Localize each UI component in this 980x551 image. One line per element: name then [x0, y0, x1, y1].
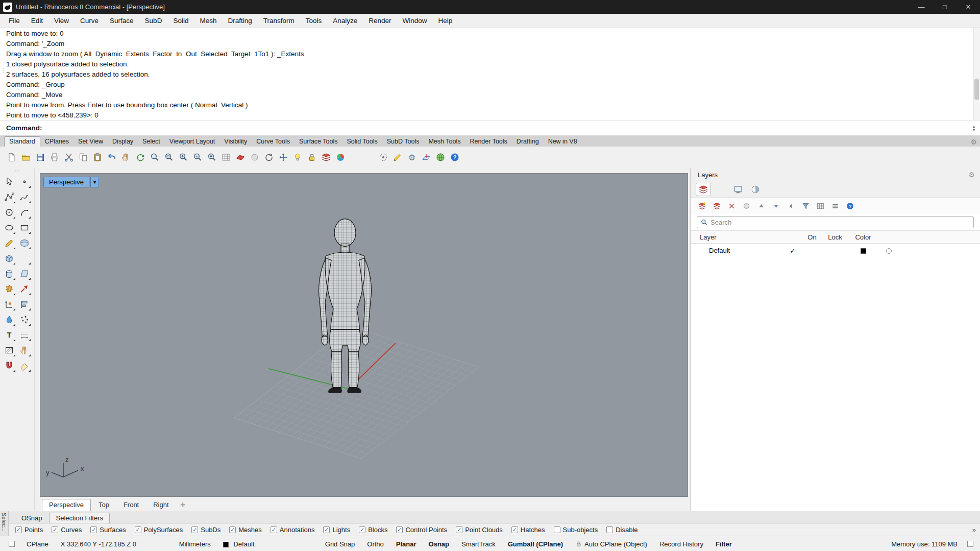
display-tab[interactable]: [730, 183, 746, 196]
plugins-tool[interactable]: [2, 281, 17, 297]
viewport-title-dropdown[interactable]: ▾: [90, 177, 99, 187]
menu-tools[interactable]: Tools: [300, 15, 328, 26]
zoom-in-button[interactable]: [177, 150, 189, 164]
filter-layers-button[interactable]: [799, 200, 812, 212]
layer-manager-button[interactable]: [320, 150, 332, 164]
minimize-button[interactable]: —: [910, 0, 933, 14]
tab-standard[interactable]: Standard: [4, 136, 40, 147]
gumball-toggle[interactable]: Gumball (CPlane): [502, 540, 569, 548]
zoom-out-button[interactable]: [191, 150, 204, 164]
layer-name[interactable]: Default: [691, 247, 782, 254]
tab-new-in-v8[interactable]: New in V8: [544, 137, 582, 147]
circle-tool[interactable]: [2, 205, 17, 220]
print-button[interactable]: [48, 150, 61, 164]
copy-button[interactable]: [77, 150, 89, 164]
selection-filters-tab[interactable]: Selection Filters: [49, 513, 109, 523]
save-button[interactable]: [34, 150, 46, 164]
layers-tab[interactable]: [696, 183, 711, 196]
menu-surface[interactable]: Surface: [104, 15, 139, 26]
menu-drafting[interactable]: Drafting: [222, 15, 257, 26]
move-layer-up-button[interactable]: [755, 200, 767, 212]
ortho-toggle[interactable]: Ortho: [361, 540, 390, 548]
rectangle-tool[interactable]: [17, 220, 32, 235]
maximize-button[interactable]: □: [933, 0, 957, 14]
magnet-tool[interactable]: [2, 358, 17, 373]
menu-edit[interactable]: Edit: [26, 15, 48, 26]
column-lock[interactable]: Lock: [821, 233, 849, 241]
ellipse-tool[interactable]: [2, 220, 17, 235]
layers-panel-gear-icon[interactable]: ⚙: [968, 171, 975, 179]
command-scrollbar[interactable]: [973, 28, 980, 120]
layer-material-icon[interactable]: [886, 248, 892, 254]
vector-tool[interactable]: [17, 281, 32, 297]
align-tool[interactable]: [17, 297, 32, 312]
layer-search-box[interactable]: [697, 216, 974, 228]
filter-control-points[interactable]: ✓Control Points: [396, 526, 447, 534]
menu-view[interactable]: View: [48, 15, 75, 26]
box-tool[interactable]: [2, 251, 17, 266]
shaded-display-button[interactable]: [362, 150, 375, 164]
tab-curve-tools[interactable]: Curve Tools: [252, 137, 295, 147]
zoom-dynamic-button[interactable]: [148, 150, 161, 164]
notification-icon[interactable]: [3, 541, 20, 547]
filter-surfaces[interactable]: ✓Surfaces: [90, 526, 126, 534]
filter-annotations[interactable]: ✓Annotations: [271, 526, 315, 534]
table-view-button[interactable]: [814, 200, 826, 212]
filter-points[interactable]: ✓Points: [15, 526, 43, 534]
menu-analyze[interactable]: Analyze: [327, 15, 363, 26]
rendering-tab[interactable]: [748, 183, 763, 196]
cplane-button[interactable]: [420, 150, 432, 164]
paint-tool[interactable]: [2, 312, 17, 327]
viewport-title-label[interactable]: Perspective: [43, 177, 89, 187]
color-picker-button[interactable]: [334, 150, 347, 164]
osnap-toggle[interactable]: Osnap: [423, 540, 455, 548]
eraser-tool[interactable]: [17, 358, 32, 373]
filter-point-clouds[interactable]: ✓Point Clouds: [456, 526, 503, 534]
options-button[interactable]: [405, 150, 418, 164]
layer-row-default[interactable]: Default ✓: [691, 244, 980, 257]
filter-disable[interactable]: ✓Disable: [606, 526, 638, 534]
units-label[interactable]: Millimeters: [173, 540, 217, 548]
move-button[interactable]: [277, 150, 289, 164]
tab-visibility[interactable]: Visibility: [219, 137, 252, 147]
pan-tool[interactable]: [17, 343, 32, 358]
tab-render-tools[interactable]: Render Tools: [465, 137, 511, 147]
cylinder-tool[interactable]: [2, 266, 17, 281]
polyline-tool[interactable]: [2, 189, 17, 205]
open-file-button[interactable]: [19, 150, 32, 164]
menu-subd[interactable]: SubD: [139, 15, 168, 26]
lock-button[interactable]: [305, 150, 318, 164]
planar-toggle[interactable]: Planar: [390, 540, 423, 548]
rotate-button[interactable]: [262, 150, 275, 164]
filter-curves[interactable]: ✓Curves: [52, 526, 82, 534]
sketch-tool[interactable]: [2, 235, 17, 251]
render-preview-button[interactable]: [377, 150, 389, 164]
menu-help[interactable]: Help: [433, 15, 458, 26]
light-button[interactable]: [291, 150, 304, 164]
filter-hatches[interactable]: ✓Hatches: [511, 526, 545, 534]
new-sublayer-button[interactable]: [710, 200, 723, 212]
collapse-layers-button[interactable]: [785, 200, 797, 212]
select-tool[interactable]: [2, 174, 17, 189]
tab-display[interactable]: Display: [108, 137, 138, 147]
spin-down-icon[interactable]: ▾: [973, 128, 975, 132]
render-button[interactable]: [348, 150, 361, 164]
perspective-viewport[interactable]: z x y Perspective ▾: [40, 173, 688, 497]
command-prompt[interactable]: Command: ▴ ▾: [0, 120, 980, 135]
move-layer-down-button[interactable]: [770, 200, 782, 212]
tab-row-gear-icon[interactable]: ⚙: [970, 138, 977, 147]
match-layer-button[interactable]: [740, 200, 752, 212]
point-tool[interactable]: [17, 174, 32, 189]
new-viewport-icon[interactable]: ✛: [177, 500, 190, 511]
tab-cplanes[interactable]: CPlanes: [40, 137, 74, 147]
command-history[interactable]: Point to move to: 0 Command: '_Zoom Drag…: [0, 28, 980, 120]
viewport-tab-right[interactable]: Right: [146, 499, 175, 511]
zoom-window-button[interactable]: [162, 150, 175, 164]
tab-solid-tools[interactable]: Solid Tools: [342, 137, 382, 147]
move-axis-tool[interactable]: [2, 297, 17, 312]
list-view-button[interactable]: [829, 200, 841, 212]
arc-tool[interactable]: [17, 205, 32, 220]
filter-lights[interactable]: ✓Lights: [323, 526, 350, 534]
tab-subd-tools[interactable]: SubD Tools: [382, 137, 424, 147]
collapsed-side-tab[interactable]: Selec...: [0, 511, 9, 536]
